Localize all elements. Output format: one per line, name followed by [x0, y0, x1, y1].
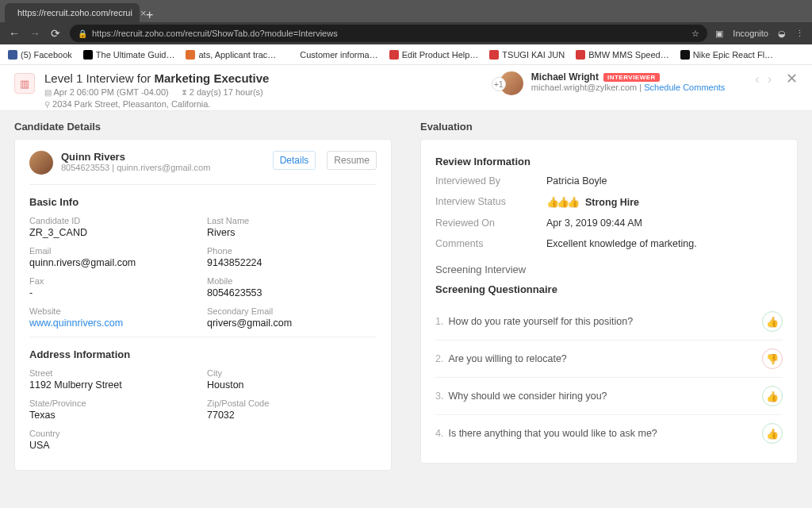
interview-meta: ▤ Apr 2 06:00 PM (GMT -04.00) ⧗ 2 day(s)… [44, 87, 269, 98]
reload-button[interactable]: ⟳ [49, 27, 62, 40]
reviewed-on: Apr 3, 2019 09:44 AM [546, 217, 783, 229]
forward-button[interactable]: → [29, 27, 41, 40]
prev-arrow-icon[interactable]: ‹ [755, 72, 759, 87]
bookmark-icon [83, 50, 93, 60]
website-link[interactable]: www.quinnrivers.com [29, 318, 199, 329]
thumbs-up-icon[interactable]: 👍 [762, 311, 783, 332]
fax: - [29, 287, 199, 298]
interview-status: 👍👍👍 Strong Hire [546, 196, 783, 208]
mobile: 8054623553 [207, 287, 377, 298]
bookmark-icon [489, 50, 499, 60]
bookmark-icon [8, 50, 17, 60]
bookmark-icon [576, 50, 585, 60]
screening-title: Screening Interview [435, 264, 783, 275]
candidate-contact: 8054623553 | quinn.rivers@gmail.com [61, 163, 210, 172]
tab-bar: https://recruit.zoho.com/recrui × + [0, 0, 812, 22]
bookmark-icon [287, 50, 297, 60]
thumbs-up-icon[interactable]: 👍 [762, 386, 783, 406]
incognito-label: Incognito [733, 29, 768, 38]
bookmarks-bar: (5) FacebookThe Ultimate Guid…ats, Appli… [0, 44, 812, 65]
calendar-icon: ▤ [44, 88, 52, 97]
candidate-card: Quinn Rivers 8054623553 | quinn.rivers@g… [14, 139, 392, 471]
reviewer-avatar[interactable]: +1 [500, 71, 523, 95]
bookmark-item[interactable]: Nike Epic React Fl… [680, 50, 773, 60]
interview-location: ⚲ 2034 Park Street, Pleasanton, Californ… [44, 99, 269, 109]
bookmark-icon [389, 50, 399, 60]
menu-icon[interactable]: ⋮ [795, 29, 804, 39]
bookmark-item[interactable]: (5) Facebook [8, 50, 72, 60]
interview-icon: ▥ [14, 73, 35, 94]
right-column: Evaluation Review Information Interviewe… [406, 111, 812, 508]
bookmark-item[interactable]: Edit Product Help… [389, 50, 479, 60]
evaluation-title: Evaluation [420, 121, 798, 133]
back-button[interactable]: ← [8, 27, 21, 40]
interviewed-by: Patricia Boyle [546, 175, 783, 187]
address-row: ← → ⟳ 🔒 https://recruit.zoho.com/recruit… [0, 22, 812, 44]
candidate-avatar[interactable] [29, 151, 53, 175]
schedule-comments-link[interactable]: Schedule Comments [644, 83, 725, 92]
reviewer-email-row: michael.wright@zylker.com | Schedule Com… [531, 83, 726, 92]
left-column: Candidate Details Quinn Rivers 805462355… [0, 111, 406, 508]
camera-icon[interactable]: ▣ [715, 29, 723, 39]
interview-title: Level 1 Interview for Marketing Executiv… [44, 71, 269, 85]
tab-resume[interactable]: Resume [327, 151, 377, 170]
hourglass-icon: ⧗ [182, 88, 187, 97]
interviewer-badge: INTERVIEWER [603, 73, 660, 82]
address-bar[interactable]: 🔒 https://recruit.zoho.com/recruit/ShowT… [70, 25, 707, 42]
candidate-name: Quinn Rivers [61, 151, 210, 163]
bookmark-icon [680, 50, 690, 60]
browser-chrome: https://recruit.zoho.com/recrui × + ← → … [0, 0, 812, 65]
street: 1192 Mulberry Street [29, 379, 199, 391]
question-row: 4.Is there anything that you would like … [435, 415, 783, 452]
review-info-title: Review Information [435, 156, 783, 167]
country: USA [29, 440, 199, 451]
next-arrow-icon[interactable]: › [768, 72, 772, 87]
interview-header: ▥ Level 1 Interview for Marketing Execut… [0, 65, 812, 111]
question-row: 1.How do you rate yourself for this posi… [435, 303, 783, 341]
close-panel-icon[interactable]: ✕ [786, 70, 798, 87]
city: Houston [207, 379, 377, 391]
app-body: ▥ Level 1 Interview for Marketing Execut… [0, 65, 812, 508]
avatar-count: +1 [492, 77, 506, 91]
bookmark-item[interactable]: The Ultimate Guid… [83, 50, 175, 60]
question-row: 2.Are you willing to relocate?👎 [435, 341, 783, 378]
email: quinn.rivers@gmail.com [29, 257, 199, 268]
questionnaire-title: Screening Questionnaire [435, 283, 783, 295]
last-name: Rivers [207, 227, 377, 238]
address-grid: Street1192 Mulberry Street CityHouston S… [29, 368, 377, 451]
question-row: 3.Why should we consider hiring you?👍 [435, 378, 783, 415]
zip: 77032 [207, 410, 377, 421]
bookmark-item[interactable]: ats, Applicant trac… [186, 50, 276, 60]
candidate-id: ZR_3_CAND [29, 227, 199, 238]
thumbs-down-icon[interactable]: 👎 [762, 348, 783, 369]
reviewer-name-row: Michael Wright INTERVIEWER [531, 71, 726, 83]
bookmark-item[interactable]: TSUGI KAI JUN [489, 50, 565, 60]
bookmark-item[interactable]: Customer informa… [287, 50, 377, 60]
bookmark-label: BMW MMS Speed… [588, 50, 668, 60]
url-text: https://recruit.zoho.com/recruit/ShowTab… [92, 29, 338, 38]
bookmark-label: (5) Facebook [21, 50, 72, 60]
new-tab-button[interactable]: + [140, 8, 159, 22]
incognito-icon: ◒ [778, 29, 786, 39]
bookmark-icon [186, 50, 195, 60]
pin-icon: ⚲ [44, 100, 50, 109]
bookmark-label: TSUGI KAI JUN [502, 50, 565, 60]
bookmark-label: ats, Applicant trac… [198, 50, 276, 60]
bookmark-label: The Ultimate Guid… [96, 50, 175, 60]
review-info-grid: Interviewed ByPatricia Boyle Interview S… [435, 175, 783, 249]
star-icon[interactable]: ☆ [691, 29, 699, 39]
evaluation-card: Review Information Interviewed ByPatrici… [420, 139, 798, 464]
chrome-right: ▣ Incognito ◒ ⋮ [715, 29, 804, 39]
candidate-tabs: Details Resume [273, 151, 377, 170]
address-title: Address Information [29, 348, 377, 360]
bookmark-label: Customer informa… [300, 50, 377, 60]
tab-details[interactable]: Details [273, 151, 316, 170]
secondary-email: qrivers@gmail.com [207, 318, 377, 329]
basic-info-grid: Candidate IDZR_3_CAND Last NameRivers Em… [29, 216, 377, 329]
bookmark-item[interactable]: BMW MMS Speed… [576, 50, 668, 60]
browser-tab[interactable]: https://recruit.zoho.com/recrui × [5, 3, 140, 22]
state: Texas [29, 410, 199, 421]
tab-title: https://recruit.zoho.com/recrui [17, 8, 132, 17]
candidate-details-title: Candidate Details [14, 121, 392, 133]
thumbs-up-icon[interactable]: 👍 [762, 423, 783, 444]
